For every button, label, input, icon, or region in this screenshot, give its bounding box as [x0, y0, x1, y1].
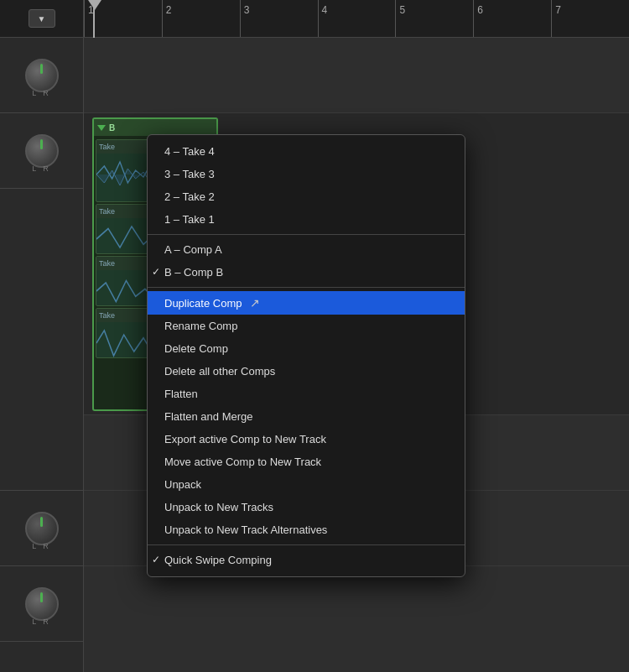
- track-row-bottom-2: L R: [0, 566, 83, 642]
- menu-item-export-comp[interactable]: Export active Comp to New Track: [148, 428, 465, 451]
- cursor-icon: ↗: [250, 296, 260, 310]
- menu-item-move-comp[interactable]: Move active Comp to New Track: [148, 451, 465, 473]
- window-icon: ▼: [38, 14, 46, 23]
- ruler-mark-4: 4: [318, 0, 396, 37]
- ruler-mark-2: 2: [162, 0, 240, 37]
- menu-item-unpack[interactable]: Unpack: [148, 473, 465, 496]
- menu-item-delete-comp[interactable]: Delete Comp: [148, 337, 465, 360]
- take-folder-label: B: [109, 123, 115, 133]
- menu-item-quick-swipe[interactable]: Quick Swipe Comping: [148, 549, 465, 571]
- knob-2[interactable]: [25, 134, 59, 168]
- lr-label-bottom-1: L R: [32, 542, 51, 550]
- track-row-folder: [0, 189, 83, 491]
- menu-item-take4[interactable]: 4 – Take 4: [148, 140, 465, 163]
- track-row-1: L R: [0, 38, 83, 113]
- knob-bottom-2[interactable]: [25, 587, 59, 621]
- window-button[interactable]: ▼: [29, 9, 55, 28]
- take3-label: Take: [99, 207, 115, 216]
- menu-item-rename-comp[interactable]: Rename Comp: [148, 315, 465, 337]
- ruler-mark-5: 5: [395, 0, 473, 37]
- sidebar-header: ▼: [0, 0, 83, 38]
- menu-separator-3: [148, 544, 465, 545]
- sidebar: ▼ L R L R L R L R: [0, 0, 84, 672]
- menu-item-delete-all[interactable]: Delete all other Comps: [148, 360, 465, 383]
- menu-separator-1: [148, 234, 465, 235]
- ruler-mark-3: 3: [240, 0, 318, 37]
- context-menu: 4 – Take 4 3 – Take 3 2 – Take 2 1 – Tak…: [147, 134, 465, 577]
- ruler-mark-6: 6: [473, 0, 551, 37]
- timeline-ruler: 1 2 3 4 5 6 7: [84, 0, 629, 38]
- knob-bottom-1[interactable]: [25, 512, 59, 545]
- ruler-marks: 1 2 3 4 5 6 7: [84, 0, 629, 37]
- take-folder-header[interactable]: B: [94, 119, 216, 136]
- ruler-mark-7: 7: [551, 0, 629, 37]
- menu-item-unpack-new[interactable]: Unpack to New Tracks: [148, 496, 465, 518]
- menu-item-compb[interactable]: B – Comp B: [148, 261, 465, 284]
- menu-item-take1[interactable]: 1 – Take 1: [148, 208, 465, 231]
- menu-item-flatten[interactable]: Flatten: [148, 383, 465, 405]
- lr-label-1: L R: [32, 89, 51, 97]
- take4-label: Take: [99, 143, 115, 151]
- take1-label: Take: [99, 311, 115, 320]
- lr-label-2: L R: [32, 164, 51, 173]
- take-arrow-icon: [97, 125, 106, 131]
- knob-1[interactable]: [25, 59, 59, 92]
- menu-item-flatten-merge[interactable]: Flatten and Merge: [148, 405, 465, 428]
- menu-separator-2: [148, 287, 465, 288]
- lr-label-bottom-2: L R: [32, 617, 51, 626]
- track-content-1: [84, 38, 629, 113]
- menu-item-take3[interactable]: 3 – Take 3: [148, 163, 465, 185]
- menu-item-unpack-alt[interactable]: Unpack to New Track Alternatives: [148, 518, 465, 541]
- take2-label: Take: [99, 259, 115, 268]
- ruler-mark-1: 1: [84, 0, 162, 37]
- track-row-2: L R: [0, 113, 83, 189]
- menu-item-duplicate-comp[interactable]: Duplicate Comp ↗: [148, 291, 465, 315]
- track-row-bottom-1: L R: [0, 491, 83, 566]
- menu-item-compa[interactable]: A – Comp A: [148, 238, 465, 261]
- menu-item-take2[interactable]: 2 – Take 2: [148, 185, 465, 208]
